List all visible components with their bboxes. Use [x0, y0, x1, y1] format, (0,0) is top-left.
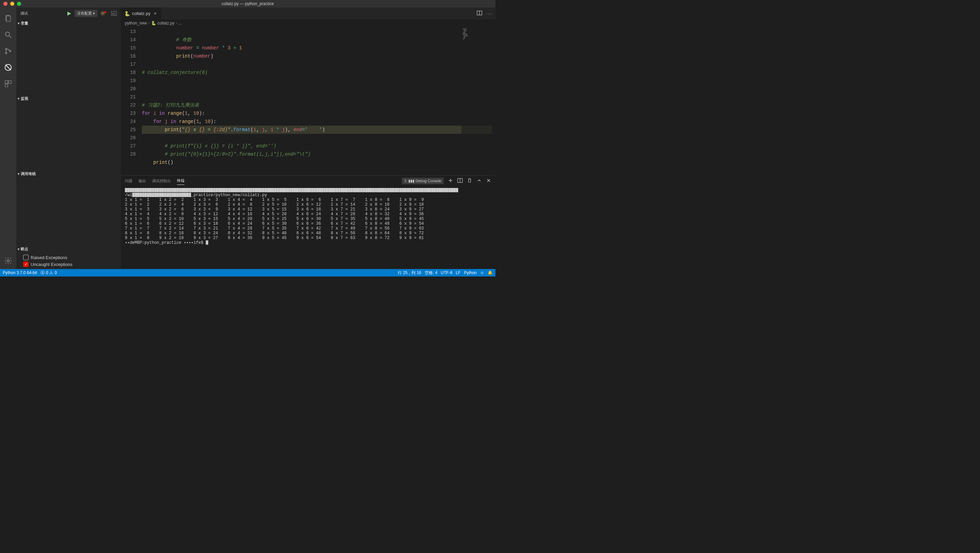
svg-point-4 [5, 48, 7, 50]
breadcrumb-segment[interactable]: collatz.py [158, 21, 175, 25]
error-icon: ⓧ [40, 270, 45, 276]
status-eol[interactable]: LF [456, 270, 460, 275]
python-file-icon: 🐍 [124, 11, 130, 16]
window-title: collatz.py — python_practice [221, 2, 274, 6]
status-cursor[interactable]: 行 25，列 16 [398, 270, 421, 276]
warning-icon: ⚠ [49, 270, 53, 275]
status-bell-icon[interactable]: 🔔 [488, 270, 493, 275]
bottom-panel: 问题 输出 调试控制台 终端 1: ▮▮▮ Debug Console ████… [121, 175, 495, 269]
search-icon[interactable] [0, 27, 16, 43]
editor-actions: ··· [473, 8, 495, 19]
titlebar: collatz.py — python_practice [0, 0, 495, 8]
breakpoints-body: Raised Exceptions ✓ Uncaught Exceptions [16, 253, 121, 269]
activity-bar [0, 8, 16, 269]
status-encoding[interactable]: UTF-8 [441, 270, 452, 275]
statusbar: Python 3.7.0 64-bit ⓧ0 ⚠0 行 25，列 16 空格: … [0, 269, 495, 276]
svg-line-8 [5, 65, 11, 70]
extensions-icon[interactable] [0, 76, 16, 92]
tab-bar: 🐍 collatz.py × ··· [121, 8, 495, 19]
svg-rect-1 [6, 16, 11, 21]
close-tab-icon[interactable]: × [153, 11, 158, 16]
svg-point-5 [5, 53, 7, 54]
close-panel-icon[interactable] [486, 178, 492, 184]
svg-point-12 [7, 260, 9, 262]
start-debug-icon[interactable] [66, 11, 72, 16]
explorer-icon[interactable] [0, 10, 16, 27]
checkbox-checked-icon[interactable]: ✓ [23, 261, 29, 267]
breadcrumb-segment[interactable]: ... [179, 21, 182, 25]
close-window-icon[interactable] [3, 2, 8, 6]
breakpoint-raised[interactable]: Raised Exceptions [16, 254, 121, 261]
watch-section[interactable]: 监视 [16, 95, 121, 102]
svg-rect-11 [5, 84, 8, 87]
svg-line-3 [9, 36, 11, 38]
svg-rect-9 [5, 81, 8, 83]
breakpoint-label: Raised Exceptions [30, 255, 67, 260]
chevron-right-icon: › [176, 21, 177, 25]
panel-tab-output[interactable]: 输出 [138, 177, 146, 185]
sidebar-title: 调试 [21, 11, 66, 16]
status-language[interactable]: Python [464, 270, 476, 275]
watch-body [16, 102, 121, 170]
more-actions-icon[interactable]: ··· [486, 11, 492, 16]
maximize-window-icon[interactable] [17, 2, 21, 6]
debug-settings-icon[interactable] [100, 11, 108, 17]
panel-tabs: 问题 输出 调试控制台 终端 1: ▮▮▮ Debug Console [121, 176, 495, 186]
split-editor-icon[interactable] [477, 10, 482, 17]
debug-sidebar: 调试 没有配置 ▾ ▸| 变量 监视 调用堆栈 断点 Raise [16, 8, 121, 269]
status-spaces[interactable]: 空格: 4 [425, 270, 437, 276]
breadcrumb[interactable]: python_new › 🐍 collatz.py › ... [121, 19, 495, 27]
minimize-window-icon[interactable] [10, 2, 14, 6]
split-terminal-icon[interactable] [457, 178, 463, 184]
status-python-version[interactable]: Python 3.7.0 64-bit [3, 270, 37, 275]
editor-area: 🐍 collatz.py × ··· python_new › 🐍 collat… [121, 8, 495, 269]
callstack-section[interactable]: 调用堆栈 [16, 170, 121, 177]
code-editor[interactable]: 13141516171819202122232425262728 # 奇数 nu… [121, 27, 495, 175]
line-numbers: 13141516171819202122232425262728 [121, 27, 142, 175]
debug-config-select[interactable]: 没有配置 ▾ [75, 10, 97, 17]
variables-body [16, 27, 121, 95]
panel-tab-debugconsole[interactable]: 调试控制台 [152, 177, 171, 185]
panel-tab-terminal[interactable]: 终端 [177, 177, 185, 185]
window-controls [0, 2, 21, 6]
svg-rect-10 [8, 81, 11, 83]
breakpoint-uncaught[interactable]: ✓ Uncaught Exceptions [16, 261, 121, 268]
tab-collatz[interactable]: 🐍 collatz.py × [121, 8, 162, 19]
maximize-panel-icon[interactable] [476, 178, 482, 184]
terminal-output[interactable]: ████████████████████████████████████████… [121, 186, 495, 269]
breadcrumb-segment[interactable]: python_new [125, 21, 147, 25]
python-file-icon: 🐍 [151, 21, 156, 25]
settings-gear-icon[interactable] [0, 253, 16, 269]
status-feedback-icon[interactable]: ☺ [480, 270, 484, 275]
trash-icon[interactable] [467, 178, 472, 184]
panel-tab-problems[interactable]: 问题 [125, 177, 132, 185]
terminal-selector[interactable]: 1: ▮▮▮ Debug Console [402, 178, 444, 184]
variables-section[interactable]: 变量 [16, 19, 121, 27]
debug-console-icon[interactable]: ▸| [111, 11, 117, 16]
minimap[interactable]: ████ ██ ██ ██████ ██ ████ ████ ██████ ██… [461, 27, 495, 175]
sidebar-header: 调试 没有配置 ▾ ▸| [16, 8, 121, 19]
new-terminal-icon[interactable] [448, 178, 453, 184]
code-content[interactable]: # 奇数 number = number * 3 + 1 print(numbe… [142, 27, 495, 175]
debug-icon[interactable] [0, 59, 16, 76]
svg-point-13 [102, 13, 103, 14]
svg-point-2 [5, 32, 10, 36]
callstack-body [16, 177, 121, 245]
checkbox-icon[interactable] [23, 255, 29, 260]
status-errors[interactable]: ⓧ0 ⚠0 [40, 270, 57, 276]
breakpoints-section[interactable]: 断点 [16, 245, 121, 253]
tab-label: collatz.py [132, 11, 150, 16]
breakpoint-label: Uncaught Exceptions [30, 262, 73, 267]
chevron-right-icon: › [148, 21, 150, 25]
source-control-icon[interactable] [0, 43, 16, 59]
